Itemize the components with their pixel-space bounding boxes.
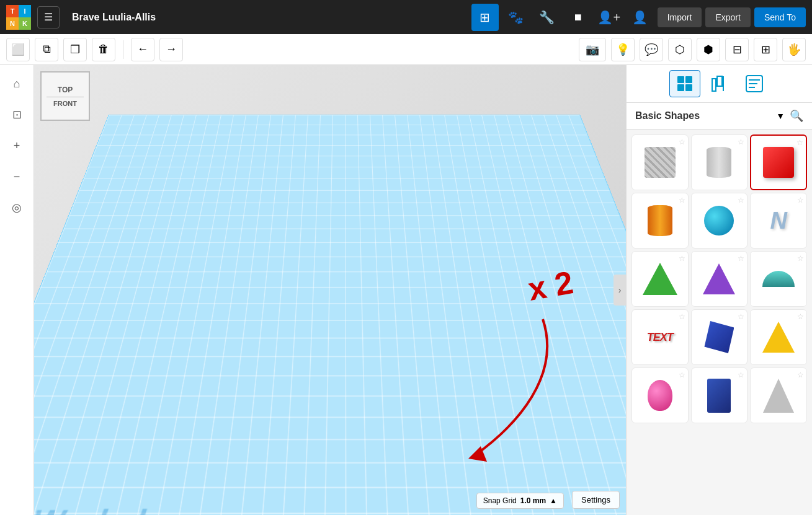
notes-panel-tab[interactable] bbox=[739, 70, 770, 97]
zoom-in-button[interactable]: + bbox=[4, 133, 29, 158]
blue-prism-visual bbox=[702, 320, 736, 354]
favorite-star-4[interactable]: ☆ bbox=[679, 196, 685, 205]
panel-header: Basic Shapes ▼ 🔍 bbox=[627, 103, 812, 130]
flip-button[interactable]: ⬡ bbox=[668, 38, 692, 61]
fingerprint-button[interactable]: 🖐 bbox=[782, 38, 806, 61]
viewport[interactable]: TOP FRONT Workplane x 2 › Snap Gr bbox=[34, 65, 626, 515]
logo-n: N bbox=[6, 17, 19, 30]
shape-text-3d[interactable]: ☆ TEXT bbox=[631, 309, 689, 365]
red-box-visual bbox=[762, 146, 796, 180]
grid-overlay bbox=[34, 115, 626, 515]
logo-i: I bbox=[19, 5, 31, 17]
search-icon[interactable]: 🔍 bbox=[790, 109, 803, 123]
pyramid-green-visual bbox=[643, 262, 677, 296]
gallery-button[interactable]: ■ bbox=[564, 4, 592, 31]
shape-blue-box-tall[interactable]: ☆ bbox=[691, 368, 748, 423]
right-panel: Basic Shapes ▼ 🔍 ☆ ☆ ☆ bbox=[626, 65, 812, 515]
dimensions-tab[interactable] bbox=[704, 70, 735, 97]
group-button[interactable]: ⊞ bbox=[754, 38, 777, 61]
orange-cylinder-visual bbox=[643, 204, 677, 238]
snap-grid-stepper[interactable]: ▲ bbox=[550, 496, 557, 505]
favorite-star-9[interactable]: ☆ bbox=[797, 254, 804, 263]
workplane-label: Workplane bbox=[34, 501, 205, 515]
duplicate-button[interactable]: ❐ bbox=[63, 38, 87, 61]
import-button[interactable]: Import bbox=[658, 7, 702, 27]
align-button[interactable]: ⊟ bbox=[725, 38, 749, 61]
text-3d-visual: TEXT bbox=[643, 320, 677, 354]
favorite-star-14[interactable]: ☆ bbox=[738, 371, 744, 379]
new-button[interactable]: ⬜ bbox=[6, 38, 30, 61]
favorite-star-1[interactable]: ☆ bbox=[679, 138, 685, 146]
zoom-out-button[interactable]: − bbox=[4, 164, 29, 189]
cone-gray-visual bbox=[762, 379, 796, 413]
favorite-star-11[interactable]: ☆ bbox=[738, 312, 744, 321]
shapes-tab[interactable] bbox=[669, 70, 700, 97]
send-to-button[interactable]: Send To bbox=[754, 7, 806, 27]
cylinder-gray-visual bbox=[702, 146, 736, 180]
shape-orange-cylinder[interactable]: ☆ bbox=[631, 193, 689, 249]
light-button[interactable]: 💡 bbox=[611, 38, 635, 61]
cube-front-label: FRONT bbox=[53, 100, 77, 107]
shape-striped-box[interactable]: ☆ bbox=[631, 134, 689, 190]
favorite-star-10[interactable]: ☆ bbox=[679, 312, 685, 321]
sphere-teal-visual bbox=[702, 204, 736, 238]
copy-button[interactable]: ⧉ bbox=[35, 38, 58, 61]
project-name[interactable]: Brave Luulia-Allis bbox=[72, 12, 465, 23]
striped-box-visual bbox=[643, 146, 677, 180]
toolbar-sep-1 bbox=[123, 40, 123, 59]
svg-rect-5 bbox=[685, 84, 692, 91]
favorite-star-13[interactable]: ☆ bbox=[679, 371, 685, 379]
view-cube[interactable]: TOP FRONT bbox=[40, 71, 96, 127]
export-button[interactable]: Export bbox=[705, 7, 750, 27]
blue-box-tall-visual bbox=[702, 379, 736, 413]
favorite-star-3[interactable]: ☆ bbox=[796, 138, 803, 147]
community-button[interactable]: 🐾 bbox=[502, 4, 530, 31]
favorite-star-7[interactable]: ☆ bbox=[679, 254, 685, 263]
logo-k: K bbox=[19, 17, 31, 30]
tinkercad-logo[interactable]: T I N K bbox=[6, 5, 31, 30]
view-3d-button[interactable]: ◎ bbox=[4, 195, 29, 220]
home-button[interactable]: ⌂ bbox=[4, 71, 29, 96]
shape-red-box[interactable]: ☆ bbox=[750, 134, 807, 190]
favorite-star-15[interactable]: ☆ bbox=[797, 371, 804, 379]
grid-view-button[interactable]: ⊞ bbox=[471, 4, 499, 31]
svg-rect-6 bbox=[712, 79, 716, 91]
profile-button[interactable]: 👤 bbox=[627, 4, 654, 31]
main-area: ⌂ ⊡ + − ◎ TOP FRONT Workplane x 2 bbox=[0, 65, 812, 515]
cube-top-label: TOP bbox=[58, 86, 73, 94]
letter-n-visual: N bbox=[762, 204, 796, 238]
category-dropdown[interactable]: ▼ bbox=[776, 111, 785, 121]
notes-button[interactable]: 💬 bbox=[640, 38, 663, 61]
shape-half-sphere[interactable]: ☆ bbox=[750, 251, 807, 307]
panel-title: Basic Shapes bbox=[635, 110, 771, 121]
shape-pyramid-purple[interactable]: ☆ bbox=[691, 251, 748, 307]
settings-button[interactable]: Settings bbox=[572, 491, 620, 509]
shape-yellow-pyramid[interactable]: ☆ bbox=[750, 309, 807, 365]
snap-grid-bar: Snap Grid 1.0 mm ▲ bbox=[476, 493, 564, 509]
svg-rect-7 bbox=[717, 76, 722, 86]
delete-button[interactable]: 🗑 bbox=[92, 38, 115, 61]
fit-button[interactable]: ⊡ bbox=[4, 102, 29, 127]
favorite-star-2[interactable]: ☆ bbox=[738, 138, 744, 146]
favorite-star-5[interactable]: ☆ bbox=[738, 196, 744, 205]
shape-sphere-teal[interactable]: ☆ bbox=[691, 193, 748, 249]
shape-letter-n[interactable]: ☆ N bbox=[750, 193, 807, 249]
snap-grid-value: 1.0 mm bbox=[520, 496, 546, 505]
shape-pyramid-green[interactable]: ☆ bbox=[631, 251, 689, 307]
shape-pink-egg[interactable]: ☆ bbox=[631, 368, 689, 423]
learn-button[interactable]: 🔧 bbox=[533, 4, 561, 31]
undo-button[interactable]: ← bbox=[131, 38, 154, 61]
shape-cylinder-gray[interactable]: ☆ bbox=[691, 134, 748, 190]
redo-button[interactable]: → bbox=[159, 38, 183, 61]
collapse-handle[interactable]: › bbox=[613, 275, 626, 306]
shape-blue-prism[interactable]: ☆ bbox=[691, 309, 748, 365]
menu-button[interactable]: ☰ bbox=[37, 6, 60, 29]
favorite-star-6[interactable]: ☆ bbox=[797, 196, 804, 205]
workplane[interactable]: Workplane bbox=[34, 115, 626, 515]
camera-button[interactable]: 📷 bbox=[579, 38, 606, 61]
favorite-star-12[interactable]: ☆ bbox=[797, 312, 804, 321]
favorite-star-8[interactable]: ☆ bbox=[738, 254, 744, 263]
shape-cone-gray[interactable]: ☆ bbox=[750, 368, 807, 423]
add-user-button[interactable]: 👤+ bbox=[596, 4, 623, 31]
mirror-button[interactable]: ⬢ bbox=[697, 38, 720, 61]
